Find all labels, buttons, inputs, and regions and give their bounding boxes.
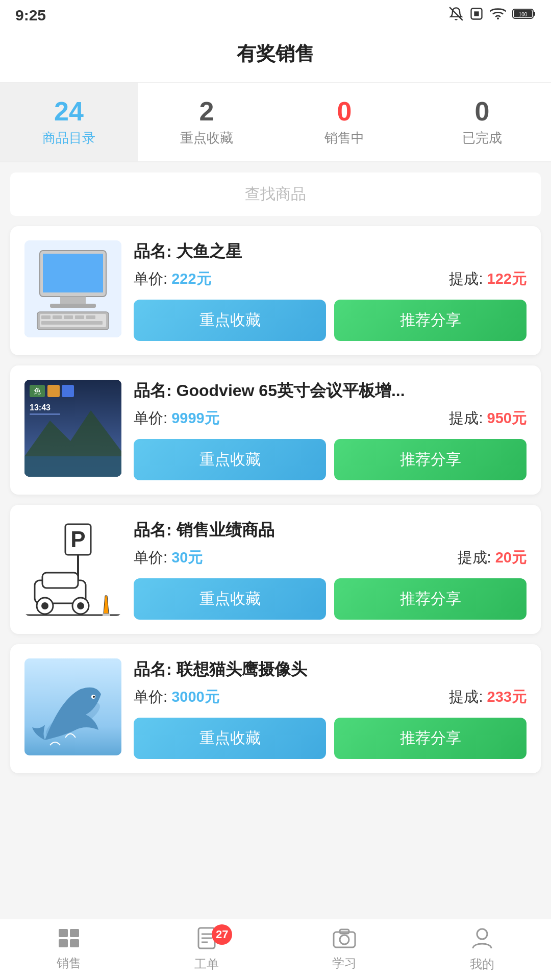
page-title: 有奖销售 <box>237 43 314 64</box>
svg-rect-18 <box>75 315 84 319</box>
svg-rect-51 <box>70 939 79 947</box>
tab-completed-count: 0 <box>418 97 546 126</box>
tab-catalog-count: 24 <box>5 97 133 126</box>
svg-rect-49 <box>70 929 79 937</box>
svg-rect-27 <box>62 385 74 397</box>
svg-rect-17 <box>64 315 73 319</box>
share-button-2[interactable]: 推荐分享 <box>334 439 527 480</box>
battery-icon: 100 <box>512 8 536 23</box>
collect-button-4[interactable]: 重点收藏 <box>134 718 326 759</box>
svg-rect-5 <box>533 12 535 16</box>
camera-icon <box>333 928 356 952</box>
collect-button-3[interactable]: 重点收藏 <box>134 578 326 620</box>
svg-rect-20 <box>41 321 103 325</box>
svg-point-40 <box>77 602 84 609</box>
product-card-1: 品名: 大鱼之星 单价: 222元 提成: 122元 重点收藏 推荐分享 <box>10 226 541 355</box>
tab-selling[interactable]: 0 销售中 <box>276 83 413 161</box>
svg-text:P: P <box>70 527 85 552</box>
product-image-3: P <box>24 519 121 616</box>
tab-favorites-count: 2 <box>143 97 270 126</box>
product-price-4: 单价: 3000元 <box>134 687 219 707</box>
product-info-3: 品名: 销售业绩商品 单价: 30元 提成: 20元 重点收藏 推荐分享 <box>134 519 527 620</box>
stop-icon <box>469 7 484 24</box>
svg-rect-2 <box>475 12 479 16</box>
svg-point-38 <box>41 602 48 609</box>
svg-text:免: 免 <box>34 387 41 395</box>
svg-rect-30 <box>30 413 60 415</box>
nav-sales[interactable]: 销售 <box>0 919 138 980</box>
product-commission-1: 提成: 122元 <box>449 269 527 289</box>
product-commission-2: 提成: 950元 <box>449 408 527 429</box>
tab-completed-label: 已完成 <box>418 129 546 147</box>
nav-mine-label: 我的 <box>470 956 494 972</box>
svg-text:13:43: 13:43 <box>30 403 51 412</box>
product-price-2: 单价: 9999元 <box>134 408 219 429</box>
nav-mine[interactable]: 我的 <box>413 919 551 980</box>
product-card-4: 品名: 联想猫头鹰摄像头 单价: 3000元 提成: 233元 重点收藏 推荐分… <box>10 644 541 773</box>
svg-rect-48 <box>59 929 68 937</box>
product-info-4: 品名: 联想猫头鹰摄像头 单价: 3000元 提成: 233元 重点收藏 推荐分… <box>134 658 527 759</box>
product-actions-3: 重点收藏 推荐分享 <box>134 578 527 620</box>
svg-line-0 <box>449 7 463 20</box>
tab-favorites[interactable]: 2 重点收藏 <box>138 83 276 161</box>
page-header: 有奖销售 <box>0 31 551 83</box>
search-placeholder: 查找商品 <box>245 184 306 205</box>
product-price-3: 单价: 30元 <box>134 548 203 568</box>
product-image-2: 免 13:43 <box>24 380 121 477</box>
share-button-1[interactable]: 推荐分享 <box>334 300 527 341</box>
workorder-badge: 27 <box>212 924 232 945</box>
svg-rect-16 <box>53 315 62 319</box>
svg-point-3 <box>497 17 499 19</box>
product-info-2: 品名: Goodview 65英寸会议平板增... 单价: 9999元 提成: … <box>134 380 527 480</box>
svg-rect-43 <box>103 614 110 616</box>
svg-rect-12 <box>50 304 96 308</box>
svg-point-57 <box>340 935 349 944</box>
collect-button-1[interactable]: 重点收藏 <box>134 300 326 341</box>
tab-completed[interactable]: 0 已完成 <box>413 83 551 161</box>
tab-selling-label: 销售中 <box>281 129 408 147</box>
svg-rect-24 <box>24 456 121 477</box>
share-button-3[interactable]: 推荐分享 <box>334 578 527 620</box>
tab-favorites-label: 重点收藏 <box>143 129 270 147</box>
status-icons: 100 <box>449 7 536 24</box>
nav-learn-label: 学习 <box>332 955 357 971</box>
tab-catalog[interactable]: 24 商品目录 <box>0 83 138 161</box>
nav-workorder[interactable]: 27 工单 <box>138 919 276 980</box>
product-info-1: 品名: 大鱼之星 单价: 222元 提成: 122元 重点收藏 推荐分享 <box>134 240 527 341</box>
nav-workorder-label: 工单 <box>194 956 219 972</box>
svg-text:100: 100 <box>519 12 528 17</box>
svg-point-47 <box>93 696 95 698</box>
collect-button-2[interactable]: 重点收藏 <box>134 439 326 480</box>
tab-bar: 24 商品目录 2 重点收藏 0 销售中 0 已完成 <box>0 83 551 162</box>
wifi-icon <box>490 7 506 24</box>
svg-rect-36 <box>42 573 78 588</box>
svg-rect-26 <box>47 385 60 397</box>
product-commission-3: 提成: 20元 <box>458 548 527 568</box>
product-actions-4: 重点收藏 推荐分享 <box>134 718 527 759</box>
product-actions-2: 重点收藏 推荐分享 <box>134 439 527 480</box>
product-actions-1: 重点收藏 推荐分享 <box>134 300 527 341</box>
product-image-1 <box>24 240 121 337</box>
grid-icon <box>58 928 80 952</box>
product-image-4 <box>24 658 121 755</box>
nav-sales-label: 销售 <box>57 955 81 971</box>
status-time: 9:25 <box>15 7 46 24</box>
product-card-3: P 品名: 销售业绩商品 单价: 30元 提成: 20元 <box>10 505 541 634</box>
tab-selling-count: 0 <box>281 97 408 126</box>
product-price-row-3: 单价: 30元 提成: 20元 <box>134 548 527 568</box>
svg-rect-19 <box>86 315 95 319</box>
person-icon <box>472 927 492 953</box>
nav-learn[interactable]: 学习 <box>276 919 413 980</box>
svg-point-59 <box>477 929 487 939</box>
svg-rect-50 <box>59 939 68 947</box>
share-button-4[interactable]: 推荐分享 <box>334 718 527 759</box>
svg-rect-10 <box>43 254 103 292</box>
search-bar[interactable]: 查找商品 <box>10 173 541 216</box>
bell-icon <box>449 7 463 24</box>
tab-catalog-label: 商品目录 <box>5 129 133 147</box>
product-price-row-1: 单价: 222元 提成: 122元 <box>134 269 527 289</box>
product-name-2: 品名: Goodview 65英寸会议平板增... <box>134 380 527 402</box>
product-name-3: 品名: 销售业绩商品 <box>134 519 527 542</box>
bottom-nav: 销售 27 工单 学习 <box>0 919 551 980</box>
product-price-row-2: 单价: 9999元 提成: 950元 <box>134 408 527 429</box>
